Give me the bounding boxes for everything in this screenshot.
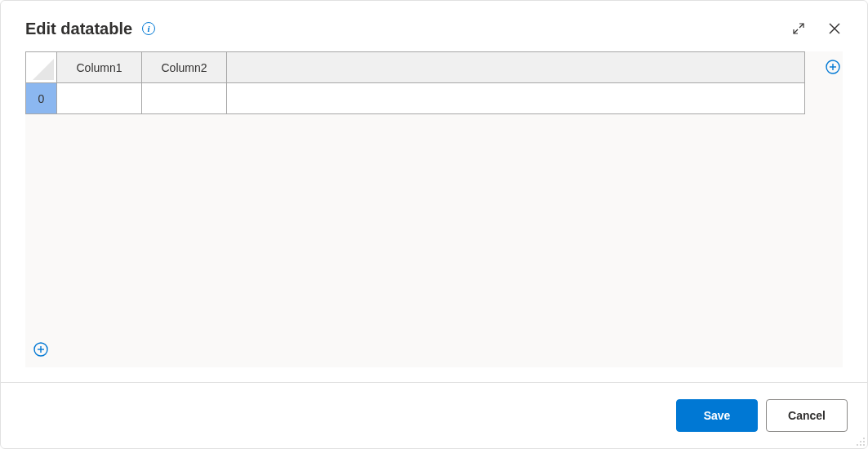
datatable[interactable]: Column1 Column2 0 <box>25 51 805 114</box>
svg-point-6 <box>860 444 861 446</box>
add-column-button[interactable] <box>823 51 843 367</box>
plus-circle-icon <box>826 60 840 74</box>
content-area: Column1 Column2 0 <box>1 51 867 382</box>
save-button[interactable]: Save <box>676 399 758 432</box>
data-cell[interactable] <box>57 83 142 114</box>
column-header[interactable]: Column1 <box>57 52 142 83</box>
data-cell[interactable] <box>142 83 227 114</box>
table-wrapper: Column1 Column2 0 <box>25 51 843 367</box>
plus-circle-icon <box>33 342 48 357</box>
row-index[interactable]: 0 <box>26 83 57 114</box>
svg-point-4 <box>863 441 865 442</box>
table-row: 0 <box>26 83 805 114</box>
edit-datatable-dialog: Edit datatable i <box>0 0 868 449</box>
dialog-title: Edit datatable <box>25 20 132 38</box>
expand-icon[interactable] <box>786 16 812 42</box>
svg-point-5 <box>857 444 858 446</box>
close-icon[interactable] <box>821 16 848 42</box>
data-cell[interactable] <box>227 83 805 114</box>
svg-point-7 <box>863 444 865 446</box>
svg-point-2 <box>863 438 865 439</box>
cancel-button[interactable]: Cancel <box>766 399 848 432</box>
select-all-corner[interactable] <box>26 52 57 83</box>
column-header[interactable] <box>227 52 805 83</box>
svg-point-3 <box>860 441 861 442</box>
column-header[interactable]: Column2 <box>142 52 227 83</box>
resize-grip[interactable] <box>854 435 866 447</box>
dialog-footer: Save Cancel <box>1 382 867 448</box>
dialog-header: Edit datatable i <box>1 1 867 51</box>
add-row-button[interactable] <box>33 342 48 359</box>
info-icon[interactable]: i <box>142 22 155 35</box>
